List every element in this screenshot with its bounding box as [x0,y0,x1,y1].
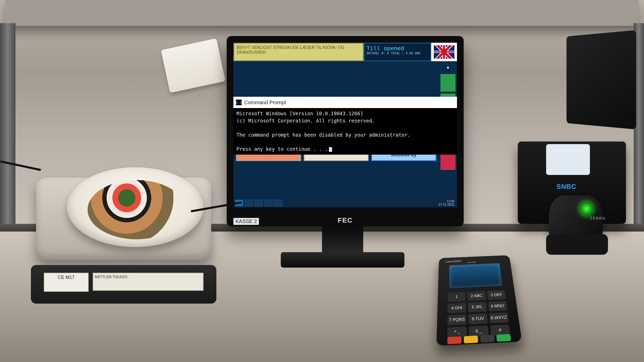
command-prompt-title: Command Prompt [244,100,286,105]
command-prompt-window[interactable]: C:\ Command Prompt Microsoft Windows [Ve… [233,97,457,155]
enter-key[interactable] [496,334,511,342]
card-terminal[interactable]: Lane/3000 ⎯⎯⎯ 1 2 ABC 3 DEF 4 GHI 5 JKL … [436,255,522,346]
language-flag-button[interactable] [431,43,457,61]
cmd-line: Press any key to continue . . . [236,146,328,152]
windows-taskbar[interactable]: 13:45 17-11-2021 [233,199,457,207]
pos-screen[interactable]: BENYT VENLIGST STREGKODE LÆSER TIL KIOSK… [233,43,457,207]
weighing-scale: CE M17 METTLER TOLEDO [28,196,219,306]
key-6[interactable]: 6 MNO [488,301,507,311]
receipt-paper [161,38,226,93]
mobilepay-sticker [546,144,590,175]
scale-ce-label: CE M17 [44,273,89,292]
cmd-line: Microsoft Windows [Version 10.0.19043.12… [236,111,363,116]
scale-brand-label: METTLER TOLEDO [93,273,204,291]
monitor-brand: FEC [338,216,353,224]
cursor-icon [329,147,332,152]
shelf-post-left [0,23,15,234]
taskbar-date: 17-11-2021 [439,203,454,206]
taskbar-app[interactable] [264,200,273,206]
command-prompt-body[interactable]: Microsoft Windows [Version 10.0.19043.12… [233,108,457,155]
key-5[interactable]: 5 JKL [468,302,487,312]
key-3[interactable]: 3 DEF [487,290,506,300]
till-status-line: ARTIKEL #: 0 TOTAL : 0.00 DKK [367,51,428,55]
key-9[interactable]: 9 WXYZ [489,312,509,323]
key-2[interactable]: 2 ABC [468,291,486,301]
key-1[interactable]: 1 [448,292,466,302]
barcode-instruction: BENYT VENLIGST STREGKODE LÆSER TIL KIOSK… [233,43,364,61]
taskbar-clock[interactable]: 13:45 17-11-2021 [439,200,455,206]
aux-monitor [566,30,636,129]
taskbar-app[interactable] [274,200,282,206]
info-key[interactable] [480,335,495,342]
clear-key[interactable] [464,335,478,343]
pinpad-keypad[interactable]: 1 2 ABC 3 DEF 4 GHI 5 JKL 6 MNO 7 PQRS 8… [447,290,511,338]
command-prompt-titlebar[interactable]: C:\ Command Prompt [233,97,457,108]
glass-shelf [5,0,639,28]
pos-monitor: BENYT VENLIGST STREGKODE LÆSER TIL KIOSK… [227,36,464,226]
food [88,180,185,239]
monitor-stand-base [281,252,404,268]
cmd-icon: C:\ [236,100,242,105]
scanner-brand: ZEBRA [590,216,606,220]
kasse-label: KASSE 2 [233,218,259,225]
key-7[interactable]: 7 PQRS [447,314,467,325]
scroll-up[interactable]: ▲ [440,64,456,73]
barcode-scanner: ZEBRA [538,180,618,257]
pinpad-screen [449,263,502,288]
contactless-icon: ⎯⎯⎯ [467,258,476,263]
till-status-title: Till opened [367,45,404,51]
taskbar-search-icon[interactable] [245,200,253,206]
palette-swatch[interactable] [440,74,456,92]
key-4[interactable]: 4 GHI [447,303,466,313]
cmd-line: (c) Microsoft Corporation. All rights re… [236,118,375,123]
cmd-line: The command prompt has been disabled by … [236,132,410,138]
cancel-key[interactable] [447,336,462,344]
scanner-cradle [546,234,608,255]
pinpad-brand: Lane/3000 [445,260,461,263]
till-status: Till opened ARTIKEL #: 0 TOTAL : 0.00 DK… [364,43,431,61]
key-8[interactable]: 8 TUV [468,313,488,324]
uk-flag-icon [434,45,454,59]
taskbar-app[interactable] [255,200,263,206]
pos-header: BENYT VENLIGST STREGKODE LÆSER TIL KIOSK… [233,43,457,61]
cafeteria-pos-scene: CE M17 METTLER TOLEDO BENYT VENLIGST STR… [0,0,644,362]
scanner-led-icon [580,202,594,216]
